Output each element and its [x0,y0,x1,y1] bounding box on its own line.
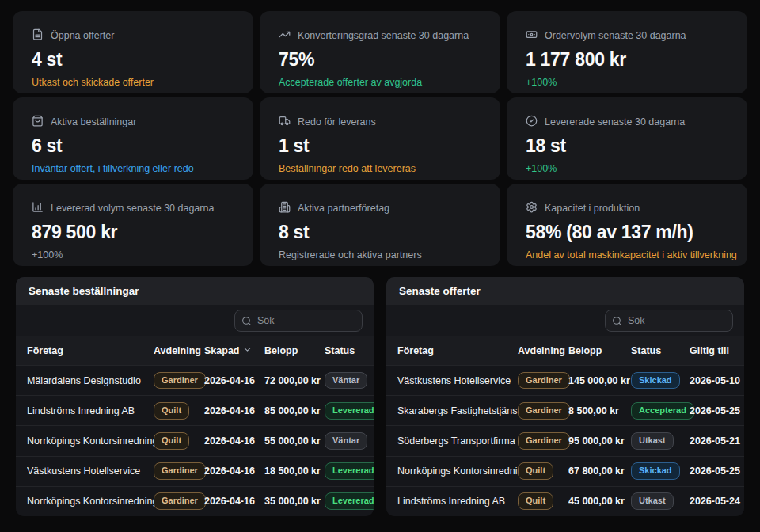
quote-company: Norrköpings Kontorsinredning [397,466,518,477]
kpi-subtitle: +100% [32,249,234,260]
kpi-subtitle: +100% [526,77,728,88]
order-created: 2026-04-16 [204,375,264,386]
column-header-company[interactable]: Företag [27,345,154,356]
orders-header-row: Företag Avdelning Skapad Belopp Status [16,336,374,365]
status-badge: Skickad [631,372,680,390]
orders-search [234,310,363,332]
order-amount: 35 000,00 kr [264,496,325,507]
kpi-value: 75% [279,49,481,70]
department-badge: Quilt [518,462,553,480]
column-header-department[interactable]: Avdelning [154,345,204,356]
kpi-label: Levererad volym senaste 30 dagarna [51,203,214,214]
quotes-table-title: Senaste offerter [386,277,744,305]
kpi-label: Öppna offerter [51,30,114,41]
order-created: 2026-04-16 [204,466,264,477]
kpi-card-active-partners: Aktiva partnerföretag 8 st Registrerade … [260,184,500,266]
kpi-subtitle: +100% [526,163,728,174]
status-badge: Levererad [325,402,374,420]
table-row[interactable]: Västkustens Hotellservice Gardiner 145 0… [386,365,744,395]
order-company: Lindströms Inredning AB [27,405,154,416]
quote-valid-until: 2026-05-25 [690,405,740,416]
kpi-label: Levererade senaste 30 dagarna [545,116,685,127]
order-amount: 85 000,00 kr [264,405,325,416]
gear-icon [526,201,538,215]
column-header-company[interactable]: Företag [397,345,518,356]
table-row[interactable]: Söderbergs Transportfirma Gardiner 95 00… [386,425,744,455]
quotes-search [605,310,733,332]
status-badge: Accepterad [631,402,694,420]
quote-company: Söderbergs Transportfirma [397,435,518,446]
kpi-label: Redo för leverans [298,116,376,127]
status-badge: Utkast [631,432,674,450]
check-circle-icon [526,115,538,129]
orders-table-title: Senaste beställningar [16,277,374,305]
kpi-value: 1 st [279,135,481,157]
kpi-subtitle: Registrerade och aktiva partners [279,249,481,260]
table-row[interactable]: Skarabergs Fastighetstjänst Gardiner 8 5… [386,395,744,425]
table-row[interactable]: Lindströms Inredning AB Quilt 2026-04-16… [16,395,374,425]
kpi-card-open-quotes: Öppna offerter 4 st Utkast och skickade … [13,11,253,93]
kpi-card-active-orders: Aktiva beställningar 6 st Inväntar offer… [13,97,253,180]
bar-chart-icon [32,201,44,215]
status-badge: Utkast [631,492,674,510]
quote-amount: 67 800,00 kr [568,466,631,477]
tables-row: Senaste beställningar Företag Avdelning … [0,266,760,516]
kpi-value: 4 st [32,49,234,70]
kpi-subtitle: Beställningar redo att levereras [279,163,481,174]
column-header-valid-until[interactable]: Giltig till [690,345,733,356]
status-badge: Levererad [325,492,374,510]
kpi-subtitle: Accepterade offerter av avgjorda [279,77,481,88]
column-header-status[interactable]: Status [325,345,363,356]
trending-up-icon [279,28,291,43]
quotes-search-input[interactable] [605,310,733,332]
quotes-toolbar [386,305,744,336]
orders-search-input[interactable] [234,310,363,332]
order-company: Västkustens Hotellservice [27,466,154,477]
chevron-down-icon [242,344,253,357]
kpi-label: Ordervolym senaste 30 dagarna [545,30,686,41]
department-badge: Gardiner [518,372,570,390]
table-row[interactable]: Norrköpings Kontorsinredning Quilt 67 80… [386,456,744,486]
truck-icon [279,115,291,129]
column-header-amount[interactable]: Belopp [568,345,631,356]
building-icon [279,201,291,215]
column-header-created[interactable]: Skapad [204,344,264,357]
quote-amount: 145 000,00 kr [568,375,631,386]
quote-valid-until: 2026-05-21 [690,435,740,446]
order-created: 2026-04-16 [204,405,264,416]
quote-valid-until: 2026-05-10 [690,375,740,386]
quote-amount: 8 500,00 kr [568,405,631,416]
order-amount: 55 000,00 kr [264,435,325,446]
department-badge: Quilt [518,492,553,510]
column-header-department[interactable]: Avdelning [518,345,568,356]
kpi-grid: Öppna offerter 4 st Utkast och skickade … [0,0,760,266]
column-header-amount[interactable]: Belopp [264,345,325,356]
kpi-label: Konverteringsgrad senaste 30 dagarna [298,30,469,41]
kpi-card-ready-for-delivery: Redo för leverans 1 st Beställningar red… [260,97,500,180]
table-row[interactable]: Norrköpings Kontorsinredning Quilt 2026-… [16,425,374,455]
table-row[interactable]: Mälardalens Designstudio Gardiner 2026-0… [16,365,374,395]
kpi-value: 18 st [526,135,728,157]
order-created: 2026-04-16 [204,496,264,507]
kpi-card-order-volume: Ordervolym senaste 30 dagarna 1 177 800 … [507,11,747,93]
table-row[interactable]: Norrköpings Kontorsinredning Gardiner 20… [16,486,374,516]
kpi-value: 1 177 800 kr [526,49,728,70]
status-badge: Väntar [325,372,367,390]
quote-amount: 45 000,00 kr [568,496,631,507]
shopping-bag-icon [32,115,44,129]
order-company: Norrköpings Kontorsinredning [27,435,154,446]
order-company: Norrköpings Kontorsinredning [27,496,154,507]
kpi-subtitle: Inväntar offert, i tillverkning eller re… [32,163,234,174]
quote-valid-until: 2026-05-25 [690,466,740,477]
kpi-value: 58% (80 av 137 m/h) [526,222,728,243]
column-header-status[interactable]: Status [631,345,690,356]
file-text-icon [32,28,44,43]
kpi-subtitle: Utkast och skickade offerter [32,77,234,88]
department-badge: Gardiner [518,402,570,420]
table-row[interactable]: Lindströms Inredning AB Quilt 45 000,00 … [386,486,744,516]
kpi-value: 879 500 kr [32,222,234,243]
kpi-label: Aktiva beställningar [51,116,136,127]
department-badge: Gardiner [154,492,206,510]
orders-table: Senaste beställningar Företag Avdelning … [16,277,374,516]
table-row[interactable]: Västkustens Hotellservice Gardiner 2026-… [16,456,374,486]
